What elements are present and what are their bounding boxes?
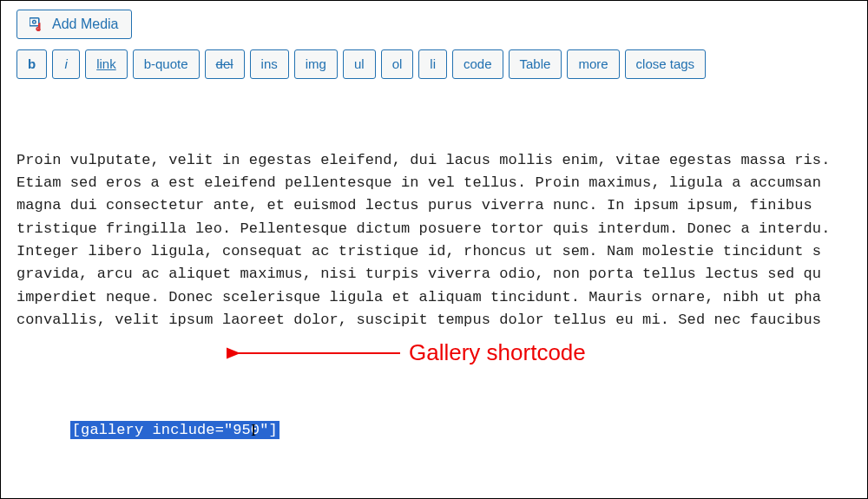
qt-bquote-button[interactable]: b-quote: [133, 49, 200, 79]
shortcode-line: [gallery include="950"] I: [16, 397, 852, 488]
qt-italic-button[interactable]: i: [52, 49, 80, 79]
qt-code-button[interactable]: code: [452, 49, 503, 79]
gallery-shortcode-selection: [gallery include="950"]: [70, 421, 279, 439]
svg-rect-0: [30, 18, 39, 26]
paragraph-1: Proin vulputate, velit in egestas eleife…: [16, 149, 852, 332]
media-toolbar: Add Media: [1, 1, 867, 44]
qt-link-button[interactable]: link: [85, 49, 128, 79]
qt-img-button[interactable]: img: [294, 49, 338, 79]
svg-point-1: [33, 21, 36, 24]
editor-wrap: Add Media b i link b-quote del ins img u…: [1, 1, 867, 499]
qt-closetags-button[interactable]: close tags: [625, 49, 707, 79]
add-media-label: Add Media: [52, 16, 119, 32]
text-cursor-icon: I: [251, 419, 256, 443]
svg-point-2: [37, 29, 41, 32]
camera-music-icon: [30, 16, 45, 32]
qt-more-button[interactable]: more: [567, 49, 619, 79]
qt-table-button[interactable]: Table: [509, 49, 562, 79]
qt-bold-button[interactable]: b: [16, 49, 47, 79]
text-editor-content[interactable]: Proin vulputate, velit in egestas eleife…: [1, 88, 867, 499]
qt-ins-button[interactable]: ins: [250, 49, 289, 79]
quicktags-toolbar: b i link b-quote del ins img ul ol li co…: [1, 44, 867, 88]
qt-ol-button[interactable]: ol: [381, 49, 414, 79]
qt-li-button[interactable]: li: [418, 49, 447, 79]
qt-ul-button[interactable]: ul: [343, 49, 376, 79]
add-media-button[interactable]: Add Media: [16, 10, 132, 39]
qt-del-button[interactable]: del: [205, 49, 245, 79]
